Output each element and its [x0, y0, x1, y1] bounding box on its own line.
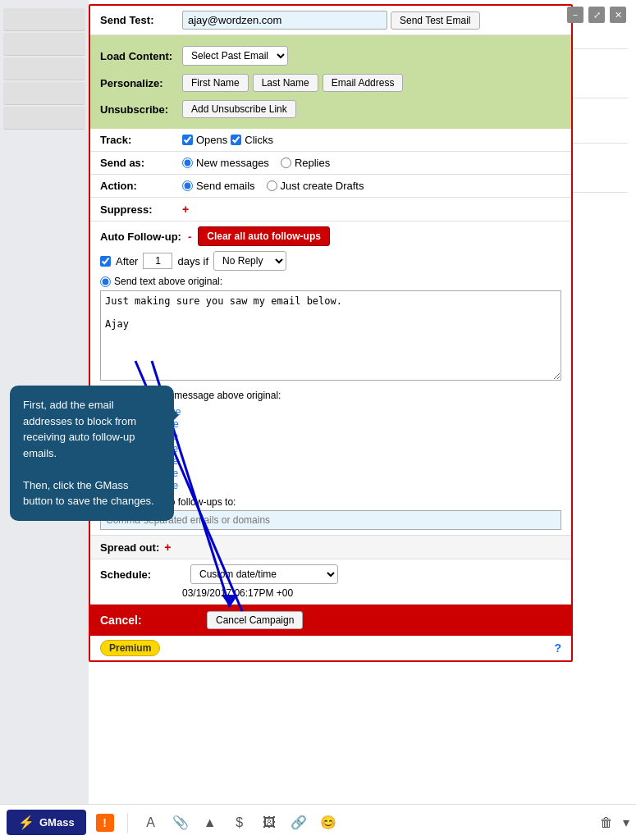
personalize-row: Personalize: First Name Last Name Email … — [100, 70, 561, 96]
send-as-label: Send as: — [100, 157, 182, 169]
personalize-lastname-button[interactable]: Last Name — [253, 74, 318, 92]
spread-out-row: Spread out: + — [100, 541, 561, 554]
unsubscribe-row: Unsubscribe: Add Unsubscribe Link — [100, 96, 561, 122]
followup-condition-select[interactable]: No Reply No Opens No Clicks — [213, 251, 286, 271]
create-drafts-label: Just create Drafts — [281, 180, 364, 192]
send-test-email-input[interactable] — [182, 11, 387, 30]
gmass-button[interactable]: ⚡ GMass — [7, 810, 86, 835]
sidebar-item-2 — [3, 33, 85, 56]
sidebar-item-4 — [3, 82, 85, 105]
send-as-options: New messages Replies — [182, 157, 561, 169]
sidebar-item-5 — [3, 107, 85, 130]
send-emails-radio[interactable] — [182, 180, 193, 191]
action-options: Send emails Just create Drafts — [182, 180, 561, 192]
premium-bar: Premium ? — [90, 636, 571, 660]
track-clicks-checkbox[interactable]: Clicks — [231, 134, 273, 146]
personalize-label: Personalize: — [100, 77, 182, 89]
suppress-content: + — [182, 203, 561, 216]
more-options-icon[interactable]: ▾ — [623, 815, 629, 830]
send-test-email-button[interactable]: Send Test Email — [391, 11, 480, 30]
personalize-firstname-button[interactable]: First Name — [182, 74, 249, 92]
schedule-date: 03/19/2017 06:17PM +00 — [182, 587, 293, 599]
followup-after-checkbox[interactable] — [100, 256, 111, 267]
gmass-button-label: GMass — [39, 816, 75, 829]
send-above-row: Send text above original: Just making su… — [100, 276, 561, 386]
track-opens-checkbox[interactable]: Opens — [182, 134, 227, 146]
drive-icon[interactable]: ▲ — [200, 815, 220, 830]
add-unsubscribe-link-button[interactable]: Add Unsubscribe Link — [182, 100, 296, 118]
cancel-label: Cancel: — [100, 614, 182, 627]
after-label: After — [116, 255, 138, 267]
bottom-toolbar: ⚡ GMass ! A 📎 ▲ $ 🖼 🔗 😊 🗑 ▾ — [0, 804, 636, 840]
send-test-label: Send Test: — [100, 14, 182, 26]
schedule-label: Schedule: — [100, 568, 182, 581]
link-icon[interactable]: 🔗 — [289, 815, 309, 830]
load-content-select[interactable]: Select Past Email Past Email 1 Past Emai… — [182, 46, 288, 66]
warning-icon[interactable]: ! — [96, 814, 114, 832]
followup-label: Auto Follow-up: — [100, 231, 181, 243]
sidebar-items — [0, 0, 89, 131]
emoji-icon[interactable]: 😊 — [318, 815, 338, 830]
clicks-checkbox-input[interactable] — [231, 135, 241, 145]
schedule-section: Schedule: Custom date/time Immediately T… — [90, 559, 571, 605]
personalize-buttons: First Name Last Name Email Address — [182, 74, 403, 92]
premium-badge: Premium — [100, 640, 160, 656]
track-label: Track: — [100, 134, 182, 146]
delete-draft-icon[interactable]: 🗑 — [600, 815, 613, 830]
attach-file-icon[interactable]: 📎 — [171, 815, 190, 830]
action-label: Action: — [100, 180, 182, 192]
action-row: Action: Send emails Just create Drafts — [90, 175, 571, 198]
send-test-content: Send Test Email — [182, 11, 561, 30]
tooltip-text: First, add the email addresses to block … — [23, 399, 154, 507]
divider-1 — [127, 813, 128, 833]
green-section: Load Content: Select Past Email Past Ema… — [90, 35, 571, 129]
format-text-icon[interactable]: A — [141, 815, 161, 830]
send-test-row: Send Test: Send Test Email — [90, 6, 571, 35]
unsubscribe-content: Add Unsubscribe Link — [182, 100, 296, 118]
send-above-radio[interactable] — [100, 276, 111, 287]
spread-out-plus[interactable]: + — [164, 541, 171, 554]
gmass-logo-icon: ⚡ — [18, 815, 34, 830]
replies-label: Replies — [295, 157, 330, 169]
suppress-plus-button[interactable]: + — [182, 203, 189, 216]
clicks-label: Clicks — [245, 134, 273, 146]
schedule-row: Schedule: Custom date/time Immediately T… — [100, 564, 561, 584]
tooltip-bubble: First, add the email addresses to block … — [10, 386, 174, 521]
send-above-radio-label[interactable]: Send text above original: — [100, 276, 561, 287]
cancel-section: Cancel: Cancel Campaign — [90, 605, 571, 636]
create-drafts-radio[interactable] — [267, 180, 277, 191]
send-above-label: Send text above original: — [114, 276, 222, 287]
send-as-replies[interactable]: Replies — [281, 157, 330, 169]
new-messages-radio[interactable] — [182, 158, 193, 168]
sidebar-item-3 — [3, 57, 85, 80]
maximize-button[interactable]: ⤢ — [588, 7, 605, 23]
sidebar-item-1 — [3, 8, 85, 31]
schedule-select[interactable]: Custom date/time Immediately Tomorrow mo… — [190, 564, 338, 584]
action-create-drafts[interactable]: Just create Drafts — [267, 180, 364, 192]
unsubscribe-label: Unsubscribe: — [100, 103, 182, 116]
send-as-new-messages[interactable]: New messages — [182, 157, 269, 169]
followup-minus-link[interactable]: - — [188, 231, 191, 243]
load-content-label: Load Content: — [100, 50, 182, 62]
image-icon[interactable]: 🖼 — [259, 815, 279, 830]
followup-textarea[interactable]: Just making sure you saw my email below.… — [100, 290, 561, 381]
personalize-email-button[interactable]: Email Address — [323, 74, 404, 92]
load-content-controls: Select Past Email Past Email 1 Past Emai… — [182, 46, 288, 66]
replies-radio[interactable] — [281, 158, 291, 168]
followup-controls: After days if No Reply No Opens No Click… — [100, 251, 561, 271]
payment-icon[interactable]: $ — [230, 815, 249, 830]
suppress-row: Suppress: + — [90, 198, 571, 221]
close-button[interactable]: ✕ — [610, 7, 626, 23]
cancel-campaign-button[interactable]: Cancel Campaign — [207, 611, 303, 629]
minimize-button[interactable]: − — [567, 7, 583, 23]
spread-out-section: Spread out: + — [90, 536, 571, 559]
opens-checkbox-input[interactable] — [182, 135, 193, 145]
main-panel: Send Test: Send Test Email Load Content:… — [89, 4, 573, 662]
load-content-row: Load Content: Select Past Email Past Ema… — [100, 42, 561, 70]
send-as-row: Send as: New messages Replies — [90, 152, 571, 175]
action-send-emails[interactable]: Send emails — [182, 180, 255, 192]
help-link[interactable]: ? — [554, 641, 561, 655]
followup-days-input[interactable] — [143, 253, 172, 269]
clear-followups-button[interactable]: Clear all auto follow-ups — [198, 226, 330, 246]
suppress-label: Suppress: — [100, 203, 182, 216]
